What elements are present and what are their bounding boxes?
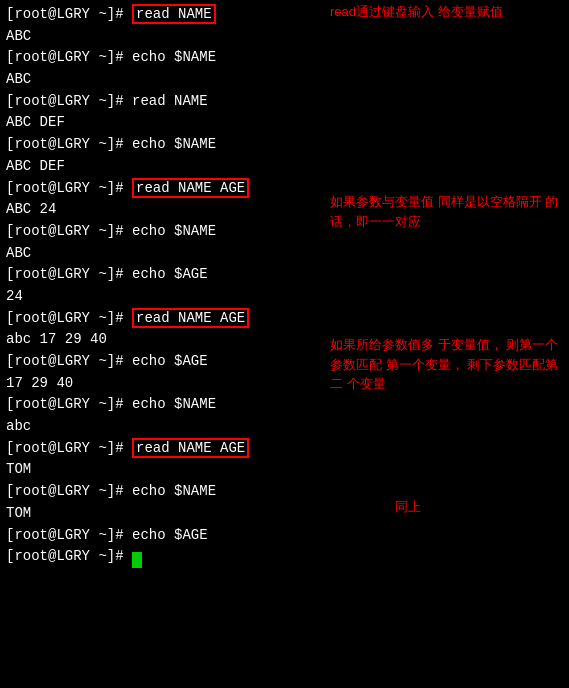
- prompt: [root@LGRY ~]# echo $NAME: [6, 136, 216, 152]
- annotation-ann2: 如果参数与变量值 同样是以空格隔开 的话，即一一对应: [330, 192, 569, 231]
- highlighted-command: read NAME: [132, 4, 216, 24]
- output-text: ABC 24: [6, 201, 56, 217]
- annotation-ann4: 同上: [395, 497, 421, 517]
- output-text: TOM: [6, 461, 31, 477]
- terminal-line: [root@LGRY ~]# read NAME: [6, 91, 563, 113]
- output-text: ABC DEF: [6, 158, 65, 174]
- terminal-line: [root@LGRY ~]# echo $NAME: [6, 394, 563, 416]
- terminal-line: [root@LGRY ~]# read NAME AGE: [6, 308, 563, 330]
- output-text: abc: [6, 418, 31, 434]
- terminal-line: [root@LGRY ~]# echo $NAME: [6, 47, 563, 69]
- terminal-line: TOM: [6, 459, 563, 481]
- output-text: 17 29 40: [6, 375, 73, 391]
- terminal-line: ABC: [6, 26, 563, 48]
- output-text: 24: [6, 288, 23, 304]
- highlighted-command: read NAME AGE: [132, 308, 249, 328]
- terminal-line: ABC DEF: [6, 156, 563, 178]
- annotation-ann3: 如果所给参数值多 于变量值， 则第一个参数匹配 第一个变量， 剩下参数匹配第二 …: [330, 335, 569, 394]
- terminal-line: [root@LGRY ~]# echo $AGE: [6, 525, 563, 547]
- terminal-container: [root@LGRY ~]# read NAMEABC[root@LGRY ~]…: [6, 4, 563, 568]
- prompt: [root@LGRY ~]#: [6, 180, 132, 196]
- prompt: [root@LGRY ~]# echo $NAME: [6, 49, 216, 65]
- highlighted-command: read NAME AGE: [132, 178, 249, 198]
- prompt: [root@LGRY ~]#: [6, 6, 132, 22]
- prompt: [root@LGRY ~]#: [6, 548, 132, 564]
- prompt: [root@LGRY ~]# echo $AGE: [6, 353, 208, 369]
- terminal-line: ABC: [6, 69, 563, 91]
- terminal-line: [root@LGRY ~]# echo $NAME: [6, 481, 563, 503]
- terminal-line: ABC DEF: [6, 112, 563, 134]
- output-text: ABC DEF: [6, 114, 65, 130]
- output-text: TOM: [6, 505, 31, 521]
- output-text: ABC: [6, 28, 31, 44]
- output-text: ABC: [6, 71, 31, 87]
- prompt: [root@LGRY ~]# echo $NAME: [6, 396, 216, 412]
- prompt: [root@LGRY ~]# echo $NAME: [6, 223, 216, 239]
- prompt: [root@LGRY ~]# echo $AGE: [6, 266, 208, 282]
- prompt: [root@LGRY ~]#: [6, 310, 132, 326]
- prompt: [root@LGRY ~]# read NAME: [6, 93, 208, 109]
- terminal-line: [root@LGRY ~]# echo $NAME: [6, 134, 563, 156]
- terminal-line: [root@LGRY ~]# echo $AGE: [6, 264, 563, 286]
- terminal-line: [root@LGRY ~]# read NAME AGE: [6, 438, 563, 460]
- terminal-line: TOM: [6, 503, 563, 525]
- prompt: [root@LGRY ~]# echo $NAME: [6, 483, 216, 499]
- terminal-line: [root@LGRY ~]#: [6, 546, 563, 568]
- cursor: [132, 552, 142, 568]
- terminal-line: ABC: [6, 243, 563, 265]
- output-text: abc 17 29 40: [6, 331, 107, 347]
- prompt: [root@LGRY ~]#: [6, 440, 132, 456]
- prompt: [root@LGRY ~]# echo $AGE: [6, 527, 208, 543]
- annotation-ann1: read通过键盘输入 给变量赋值: [330, 2, 503, 22]
- terminal-line: 24: [6, 286, 563, 308]
- output-text: ABC: [6, 245, 31, 261]
- highlighted-command: read NAME AGE: [132, 438, 249, 458]
- terminal-line: abc: [6, 416, 563, 438]
